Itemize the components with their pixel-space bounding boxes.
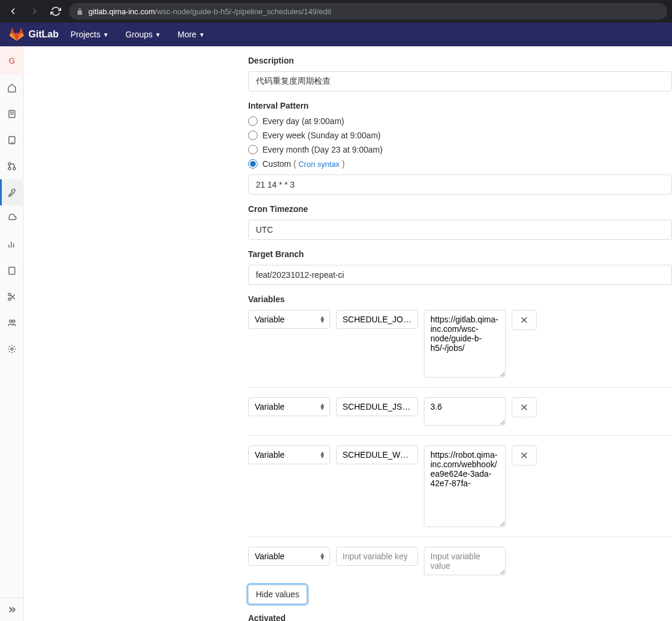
- nav-more[interactable]: More ▼: [173, 30, 210, 39]
- remove-variable-button[interactable]: [512, 397, 537, 417]
- sidebar-item-operations[interactable]: [0, 205, 24, 232]
- variable-type-select[interactable]: Variable: [248, 445, 330, 464]
- description-input[interactable]: [248, 71, 672, 91]
- nav-projects[interactable]: Projects ▼: [66, 30, 113, 39]
- interval-pattern-label: Interval Pattern: [248, 101, 672, 110]
- close-icon: [520, 451, 528, 460]
- book-icon: [7, 266, 17, 275]
- variable-type-select[interactable]: Variable: [248, 547, 330, 566]
- activated-label: Activated: [248, 613, 672, 621]
- sidebar-item-merge-requests[interactable]: [0, 153, 24, 179]
- svg-point-16: [12, 320, 15, 322]
- browser-reload-button[interactable]: [47, 3, 64, 20]
- sidebar-item-repository[interactable]: [0, 101, 24, 127]
- sidebar-item-settings[interactable]: [0, 336, 24, 362]
- radio-every-week-label[interactable]: Every week (Sunday at 9:00am): [262, 131, 381, 140]
- gear-icon: [7, 344, 17, 354]
- svg-point-12: [8, 298, 11, 300]
- variable-row: Variable ▲▼ https://robot.qima-inc.com/w…: [248, 435, 672, 537]
- variable-row: Variable ▲▼ 3.6: [248, 387, 672, 435]
- nav-groups[interactable]: Groups ▼: [121, 30, 166, 39]
- variable-type-select[interactable]: Variable: [248, 397, 330, 416]
- remove-variable-button[interactable]: [512, 445, 537, 465]
- gitlab-brand-text: GitLab: [28, 29, 59, 40]
- svg-point-15: [9, 320, 12, 322]
- browser-chrome: gitlab.qima-inc.com/wsc-node/guide-b-h5/…: [0, 0, 672, 23]
- radio-custom-label[interactable]: Custom ( Cron syntax ): [262, 159, 345, 169]
- sidebar-toggle[interactable]: [0, 597, 24, 621]
- chevron-down-icon: ▼: [103, 31, 109, 38]
- gitlab-header: GitLab Projects ▼ Groups ▼ More ▼: [0, 23, 672, 46]
- variable-value-textarea[interactable]: 3.6: [424, 397, 506, 426]
- variable-key-input[interactable]: [336, 397, 418, 416]
- scissors-icon: [7, 292, 17, 302]
- sidebar-item-snippets[interactable]: [0, 284, 24, 310]
- file-icon: [7, 109, 17, 119]
- radio-every-month[interactable]: [248, 145, 258, 154]
- radio-every-month-label[interactable]: Every month (Day 23 at 9:00am): [262, 145, 382, 154]
- variable-value-textarea[interactable]: https://gitlab.qima-inc.com/wsc-node/gui…: [424, 310, 506, 378]
- variable-value-textarea[interactable]: https://robot.qima-inc.com/webhook/ea9e6…: [424, 445, 506, 527]
- url-text: gitlab.qima-inc.com/wsc-node/guide-b-h5/…: [88, 7, 331, 16]
- variable-key-input[interactable]: [336, 310, 418, 329]
- gitlab-logo[interactable]: GitLab: [9, 27, 59, 42]
- variable-row: Variable ▲▼ https://gitlab.qima-inc.com/…: [248, 310, 672, 387]
- variable-key-input[interactable]: [336, 445, 418, 464]
- rocket-icon: [7, 188, 17, 197]
- cron-timezone-label: Cron Timezone: [248, 204, 672, 214]
- cron-input[interactable]: [248, 175, 672, 195]
- sidebar-item-wiki[interactable]: [0, 258, 24, 284]
- variable-key-input[interactable]: [336, 547, 418, 566]
- expand-icon: [7, 605, 17, 614]
- chevron-down-icon: ▼: [155, 31, 161, 38]
- svg-point-5: [8, 167, 11, 170]
- svg-point-4: [8, 163, 11, 165]
- sidebar: G: [0, 46, 24, 621]
- close-icon: [520, 316, 528, 324]
- merge-icon: [7, 161, 17, 171]
- cron-syntax-link[interactable]: Cron syntax: [299, 160, 340, 169]
- sidebar-item-cicd[interactable]: [0, 179, 24, 205]
- address-bar[interactable]: gitlab.qima-inc.com/wsc-node/guide-b-h5/…: [69, 3, 667, 20]
- sidebar-item-analytics[interactable]: [0, 232, 24, 258]
- sidebar-item-members[interactable]: [0, 310, 24, 336]
- home-icon: [7, 83, 17, 93]
- lock-icon: [76, 8, 84, 15]
- sidebar-item-issues[interactable]: [0, 127, 24, 153]
- variable-type-select[interactable]: Variable: [248, 310, 330, 329]
- svg-rect-10: [9, 267, 15, 274]
- close-icon: [520, 403, 528, 411]
- target-branch-input[interactable]: [248, 265, 672, 285]
- users-icon: [7, 318, 17, 328]
- target-branch-label: Target Branch: [248, 249, 672, 259]
- svg-point-11: [8, 293, 11, 296]
- radio-every-week[interactable]: [248, 131, 258, 140]
- chart-icon: [7, 240, 17, 249]
- remove-variable-button[interactable]: [512, 310, 537, 330]
- variables-label: Variables: [248, 294, 672, 304]
- variable-value-textarea[interactable]: [424, 547, 506, 575]
- gitlab-icon: [9, 27, 24, 42]
- cloud-icon: [7, 214, 17, 223]
- radio-every-day[interactable]: [248, 116, 258, 126]
- svg-point-17: [11, 348, 13, 350]
- chevron-down-icon: ▼: [199, 31, 205, 38]
- radio-every-day-label[interactable]: Every day (at 9:00am): [262, 116, 344, 126]
- browser-back-button[interactable]: [5, 3, 21, 20]
- variable-row-empty: Variable ▲▼: [248, 537, 672, 585]
- sidebar-item-home[interactable]: [0, 75, 24, 101]
- browser-forward-button[interactable]: [26, 3, 43, 20]
- issues-icon: [7, 135, 17, 145]
- project-avatar-letter: G: [5, 53, 19, 68]
- radio-custom[interactable]: [248, 159, 258, 169]
- main-content: Description Interval Pattern Every day (…: [24, 46, 672, 621]
- hide-values-button[interactable]: Hide values: [248, 585, 307, 604]
- svg-point-6: [13, 167, 15, 170]
- cron-timezone-input[interactable]: [248, 220, 672, 240]
- description-label: Description: [248, 56, 672, 65]
- sidebar-project-avatar[interactable]: G: [0, 46, 24, 75]
